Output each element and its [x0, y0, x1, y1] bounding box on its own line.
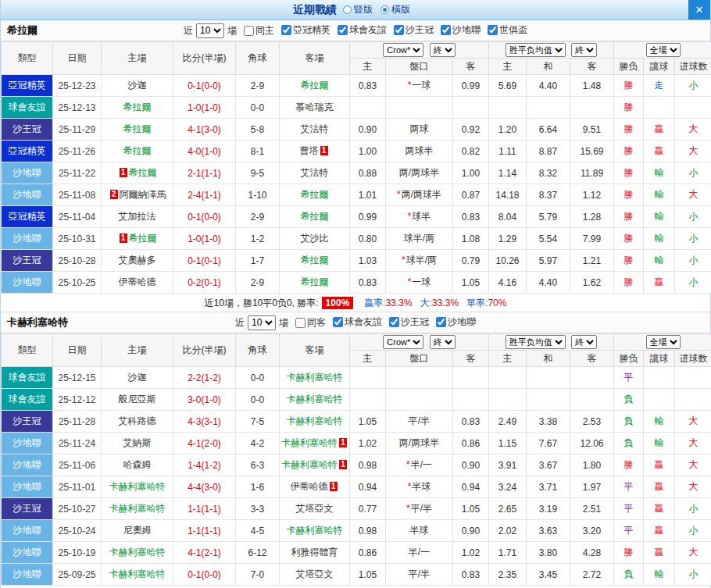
same-venue-checkbox[interactable] — [295, 318, 305, 328]
same-venue-checkbox[interactable] — [244, 26, 254, 36]
same-venue-filter-team1[interactable]: 同主 — [237, 24, 274, 37]
league-filter-球會友誼[interactable]: 球會友誼 — [326, 315, 382, 329]
eu-away-odds: 1.12 — [570, 184, 614, 206]
result-overunder: 大 — [675, 454, 711, 476]
home-team: 1希拉爾 — [102, 228, 173, 250]
score: 3-0(1-0) — [173, 389, 236, 411]
match-date: 25-10-25 — [53, 272, 102, 294]
rounds-select-team2[interactable]: 10 — [248, 315, 276, 330]
match-row: 球會友誼25-12-13希拉爾1-0(1-0)0-0慕哈瑞克勝 — [2, 97, 711, 119]
league-filter-沙王冠[interactable]: 沙王冠 — [382, 315, 429, 329]
euro-period-select[interactable]: 終 — [571, 335, 597, 349]
result-handicap: 贏 — [644, 498, 675, 520]
league-checkbox[interactable] — [394, 25, 404, 35]
eu-home-odds: 14.18 — [489, 184, 527, 206]
away-team: 希拉爾 — [280, 250, 350, 272]
league-type-badge: 沙地聯 — [2, 564, 53, 586]
league-type-badge: 球會友誼 — [2, 367, 53, 389]
score: 4-0(1-0) — [173, 141, 236, 162]
ah-away-odds: 0.83 — [453, 411, 489, 433]
league-checkbox[interactable] — [389, 317, 399, 327]
col-eu-home: 主 — [489, 351, 527, 367]
match-date: 25-10-19 — [53, 542, 102, 564]
result-overunder — [675, 389, 711, 411]
result-overunder — [675, 367, 711, 389]
match-row: 沙地聯25-09-25卡赫利塞哈特0-1(0-0)7-0艾塔亞文1.05平/半0… — [2, 564, 711, 586]
league-label: 世俱盃 — [499, 23, 527, 37]
league-filter-球會友誼[interactable]: 球會友誼 — [330, 23, 387, 37]
team-name: 沙迦 — [128, 80, 147, 91]
ah-handicap: 球半/两 — [386, 228, 453, 250]
team-name: 艾法特 — [301, 123, 329, 134]
scope-select[interactable]: 全場 — [646, 43, 681, 57]
away-gives-star: * — [406, 503, 410, 514]
ah-away-odds — [453, 97, 489, 119]
rounds-select-team1[interactable]: 10 — [196, 23, 224, 38]
away-team: 卡赫利塞哈特 — [280, 389, 350, 411]
league-checkbox[interactable] — [338, 25, 348, 35]
same-venue-filter-team2[interactable]: 同客 — [288, 316, 326, 330]
result-wdl: 勝 — [614, 119, 644, 141]
col-date: 日期 — [53, 42, 102, 75]
view-radio-horizontal[interactable]: 橫版 — [381, 3, 410, 16]
ah-home-odds: 1.01 — [350, 184, 386, 206]
euro-avg-select[interactable]: 胜平负均值 — [506, 43, 566, 57]
over-rate-label: 大: — [420, 298, 432, 308]
league-checkbox[interactable] — [488, 25, 498, 35]
league-filter-世俱盃[interactable]: 世俱盃 — [481, 23, 527, 37]
eu-home-odds: 1.29 — [489, 228, 527, 250]
league-filter-沙地聯[interactable]: 沙地聯 — [429, 315, 476, 329]
league-checkbox[interactable] — [333, 317, 343, 327]
league-filter-沙王冠[interactable]: 沙王冠 — [387, 23, 434, 37]
col-overunder: 进球数 — [675, 59, 711, 75]
result-wdl: 負 — [614, 411, 644, 433]
result-overunder — [675, 97, 711, 119]
radio-icon — [381, 5, 389, 14]
match-row: 沙王冠25-10-27卡赫利塞哈特1-1(1-1)3-3艾塔亞文0.77*平/半… — [2, 498, 711, 520]
euro-odds-group: 胜平负均值 終 — [489, 42, 614, 59]
eu-home-odds: 3.91 — [489, 454, 527, 476]
league-checkbox[interactable] — [436, 317, 446, 327]
view-radio-vertical[interactable]: 豎版 — [343, 3, 373, 16]
eu-away-odds: 1.48 — [570, 75, 614, 97]
match-row: 沙地聯25-10-25伊蒂哈德0-2(0-1)2-9希拉爾0.83*一球1.05… — [2, 272, 711, 294]
asia-period-select[interactable]: 終 — [430, 43, 456, 57]
result-wdl: 平 — [614, 520, 644, 542]
corners: 1-10 — [236, 184, 280, 206]
eu-away-odds: 2.72 — [570, 564, 614, 586]
euro-period-select[interactable]: 終 — [571, 43, 597, 57]
league-checkbox[interactable] — [281, 25, 291, 35]
result-wdl: 勝 — [614, 97, 644, 119]
close-icon[interactable]: ✕ — [688, 0, 710, 20]
league-filter-沙地聯[interactable]: 沙地聯 — [434, 23, 481, 37]
col-ah-handicap: 盤口 — [386, 351, 453, 367]
league-checkbox[interactable] — [441, 25, 451, 35]
team1-name: 希拉爾 — [7, 23, 38, 37]
league-filter-亞冠精英[interactable]: 亞冠精英 — [274, 23, 330, 37]
col-eu-away: 客 — [570, 351, 614, 367]
team-name: 希拉爾 — [129, 167, 157, 178]
team-name: 伊蒂哈德 — [291, 481, 328, 492]
ah-home-odds: 0.83 — [350, 272, 386, 294]
match-row: 沙地聯25-11-06哈森姆1-4(1-2)6-3卡赫利塞哈特10.98*半/一… — [2, 454, 711, 476]
ah-handicap: 两球半 — [386, 141, 453, 162]
ah-home-odds: 0.98 — [350, 520, 386, 542]
result-wdl: 勝 — [614, 75, 644, 97]
bookmaker-select[interactable]: Crow* — [383, 335, 423, 349]
result-overunder: 小 — [675, 250, 711, 272]
team-name: 艾科路德 — [119, 415, 156, 426]
corners: 2-9 — [236, 272, 280, 294]
eu-away-odds — [570, 97, 614, 119]
window-title: 近期戰績 — [293, 3, 337, 17]
asia-period-select[interactable]: 終 — [430, 335, 456, 349]
corners: 0-0 — [236, 389, 280, 411]
corners: 7-0 — [236, 564, 280, 586]
eu-home-odds — [489, 389, 527, 411]
bookmaker-select[interactable]: Crow* — [383, 43, 423, 57]
euro-avg-select[interactable]: 胜平负均值 — [506, 335, 566, 349]
home-team: 1希拉爾 — [102, 162, 173, 184]
scope-select[interactable]: 全場 — [646, 335, 681, 349]
ah-away-odds: 0.83 — [453, 564, 489, 586]
eu-home-odds: 1.15 — [489, 433, 527, 454]
eu-draw-odds: 3.63 — [527, 520, 570, 542]
